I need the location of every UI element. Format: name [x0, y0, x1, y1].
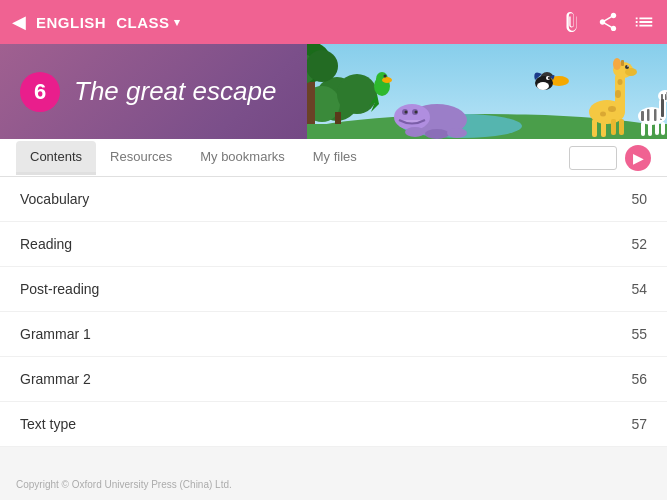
nav-english-label: ENGLISH: [36, 14, 106, 31]
svg-rect-7: [335, 112, 341, 124]
svg-rect-43: [661, 122, 665, 135]
top-navigation: ◀ ENGLISH CLASS ▾: [0, 0, 667, 44]
svg-point-58: [548, 77, 550, 79]
svg-rect-38: [665, 94, 667, 100]
row-page: 56: [631, 371, 647, 387]
svg-point-52: [447, 128, 467, 138]
row-label: Text type: [20, 416, 76, 432]
hero-title: The great escape: [74, 76, 276, 107]
svg-point-51: [425, 129, 449, 139]
hero-left-content: 6 The great escape: [0, 72, 276, 112]
nav-class-dropdown[interactable]: CLASS ▾: [116, 14, 180, 31]
svg-point-62: [384, 75, 387, 78]
svg-rect-27: [619, 119, 624, 135]
chevron-down-icon: ▾: [174, 16, 181, 29]
page-input[interactable]: [569, 146, 617, 170]
svg-rect-25: [601, 119, 606, 137]
row-page: 55: [631, 326, 647, 342]
row-label: Grammar 2: [20, 371, 91, 387]
table-row[interactable]: Grammar 2 56: [0, 357, 667, 402]
svg-rect-29: [641, 111, 644, 121]
row-page: 54: [631, 281, 647, 297]
nav-class-label: CLASS: [116, 14, 169, 31]
content-list: Vocabulary 50 Reading 52 Post-reading 54…: [0, 177, 667, 447]
copyright-text: Copyright © Oxford University Press (Chi…: [16, 479, 232, 490]
table-row[interactable]: Text type 57: [0, 402, 667, 447]
nav-icon-group: [561, 11, 655, 33]
svg-point-6: [337, 74, 377, 114]
footer-copyright: Copyright © Oxford University Press (Chi…: [16, 479, 232, 490]
svg-rect-41: [648, 122, 652, 136]
svg-rect-19: [621, 60, 624, 66]
tab-bookmarks[interactable]: My bookmarks: [186, 141, 299, 175]
hero-banner: 6 The great escape: [0, 44, 667, 139]
row-label: Reading: [20, 236, 72, 252]
table-row[interactable]: Reading 52: [0, 222, 667, 267]
svg-point-56: [537, 82, 549, 90]
table-row[interactable]: Vocabulary 50: [0, 177, 667, 222]
svg-rect-39: [661, 99, 664, 117]
tab-arrow-button[interactable]: ▶: [625, 145, 651, 171]
row-label: Vocabulary: [20, 191, 89, 207]
svg-point-16: [625, 68, 637, 76]
svg-point-20: [608, 106, 616, 112]
hero-illustration: [307, 44, 667, 139]
svg-rect-40: [641, 122, 645, 136]
tab-nav-right: ▶: [569, 145, 651, 171]
svg-rect-42: [655, 122, 659, 135]
svg-point-15: [613, 58, 621, 70]
svg-point-18: [627, 65, 629, 67]
svg-rect-30: [647, 109, 650, 121]
svg-point-22: [615, 90, 621, 98]
svg-rect-31: [654, 109, 657, 121]
menu-icon[interactable]: [633, 11, 655, 33]
tab-files[interactable]: My files: [299, 141, 371, 175]
row-label: Post-reading: [20, 281, 99, 297]
share-icon[interactable]: [597, 11, 619, 33]
row-page: 50: [631, 191, 647, 207]
tab-resources[interactable]: Resources: [96, 141, 186, 175]
svg-rect-26: [611, 119, 616, 135]
svg-point-45: [394, 104, 430, 130]
row-page: 57: [631, 416, 647, 432]
svg-point-11: [307, 50, 338, 82]
svg-point-21: [600, 112, 606, 117]
svg-point-23: [618, 79, 623, 85]
tabs-bar: Contents Resources My bookmarks My files…: [0, 139, 667, 177]
tab-contents[interactable]: Contents: [16, 141, 96, 175]
svg-point-50: [405, 127, 425, 137]
table-row[interactable]: Grammar 1 55: [0, 312, 667, 357]
row-label: Grammar 1: [20, 326, 91, 342]
row-page: 52: [631, 236, 647, 252]
table-row[interactable]: Post-reading 54: [0, 267, 667, 312]
attachment-icon[interactable]: [561, 11, 583, 33]
back-button[interactable]: ◀: [12, 11, 26, 33]
svg-point-47: [405, 111, 408, 114]
svg-rect-24: [592, 119, 597, 137]
jungle-scene-svg: [307, 44, 667, 139]
unit-badge: 6: [20, 72, 60, 112]
svg-point-49: [415, 111, 418, 114]
svg-point-61: [382, 77, 392, 83]
